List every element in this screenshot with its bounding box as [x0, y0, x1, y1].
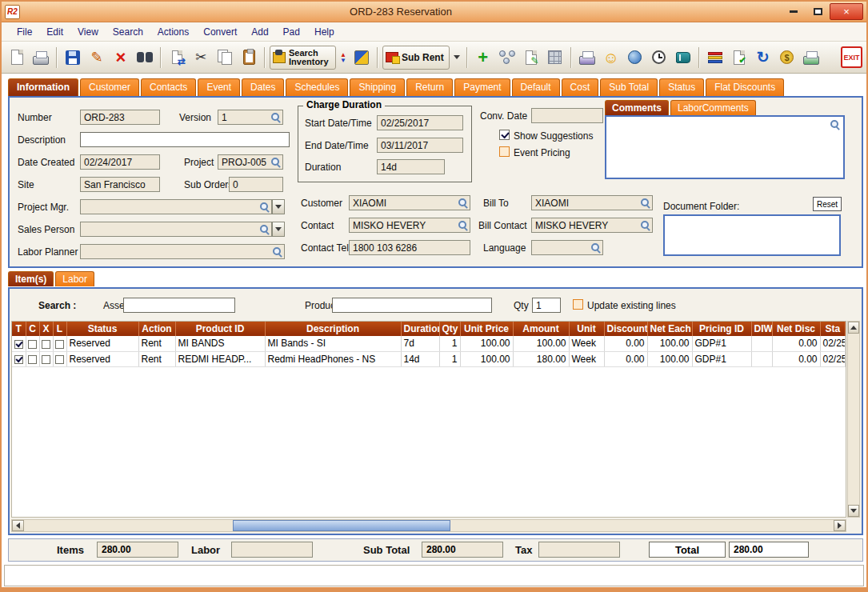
- new-button[interactable]: [6, 46, 28, 69]
- project-lookup-icon[interactable]: [270, 157, 281, 167]
- bill-contact-lookup-icon[interactable]: [640, 220, 650, 230]
- menu-item-convert[interactable]: Convert: [196, 25, 244, 39]
- language-field[interactable]: [531, 240, 603, 255]
- menu-item-add[interactable]: Add: [244, 25, 275, 39]
- customer-lookup-icon[interactable]: [458, 198, 468, 208]
- col-diw[interactable]: DIW: [751, 322, 772, 336]
- find-button[interactable]: [134, 46, 156, 69]
- col-unit[interactable]: Unit: [569, 322, 604, 336]
- col-product-id[interactable]: Product ID: [175, 322, 265, 336]
- version-lookup-icon[interactable]: [270, 112, 281, 122]
- labor-planner-lookup-icon[interactable]: [272, 246, 282, 257]
- tab-return[interactable]: Return: [406, 78, 453, 96]
- col-pricing-id[interactable]: Pricing ID: [692, 322, 751, 336]
- col-c[interactable]: C: [26, 322, 39, 336]
- bill-contact-field[interactable]: MISKO HEVERY: [531, 218, 653, 233]
- col-description[interactable]: Description: [265, 322, 401, 336]
- col-l[interactable]: L: [53, 322, 66, 336]
- col-t[interactable]: T: [12, 322, 26, 336]
- col-qty[interactable]: Qty: [439, 322, 460, 336]
- row-c-checkbox[interactable]: [28, 355, 37, 364]
- close-button[interactable]: ×: [830, 3, 863, 20]
- tab-schedules[interactable]: Schedules: [286, 78, 348, 96]
- tab-labor[interactable]: Labor: [55, 271, 94, 286]
- menu-item-edit[interactable]: Edit: [39, 25, 70, 39]
- tab-labor-comments[interactable]: LaborComments: [670, 100, 756, 115]
- col-sta[interactable]: Sta: [820, 322, 846, 336]
- duration-field[interactable]: 14d: [377, 159, 445, 174]
- description-field[interactable]: [80, 132, 290, 147]
- scrollbar-thumb[interactable]: [233, 520, 450, 531]
- tab-customer[interactable]: Customer: [80, 78, 139, 96]
- paste-button[interactable]: [238, 46, 260, 69]
- tab-flatdiscounts[interactable]: Flat Discounts: [706, 78, 784, 96]
- table-row[interactable]: Reserved Rent REDMI HEADP... Redmi HeadP…: [12, 351, 846, 366]
- menu-item-pad[interactable]: Pad: [276, 25, 307, 39]
- col-net-each[interactable]: Net Each: [647, 322, 692, 336]
- date-created-field[interactable]: 02/24/2017: [80, 154, 160, 170]
- project-field[interactable]: PROJ-005: [218, 154, 283, 170]
- money-button[interactable]: $: [776, 46, 798, 69]
- bill-to-lookup-icon[interactable]: [640, 198, 650, 208]
- scroll-left-button[interactable]: [12, 520, 24, 531]
- asset-input[interactable]: [123, 298, 235, 313]
- groups-button[interactable]: [496, 46, 518, 69]
- sales-person-dropdown[interactable]: [272, 222, 285, 237]
- menu-item-view[interactable]: View: [70, 25, 106, 39]
- customer-field[interactable]: XIAOMI: [349, 195, 470, 210]
- contact-field[interactable]: MISKO HEVERY: [349, 218, 470, 233]
- tab-cost[interactable]: Cost: [562, 78, 599, 96]
- contact-lookup-icon[interactable]: [458, 220, 468, 230]
- number-field[interactable]: ORD-283: [80, 110, 160, 125]
- edit-button[interactable]: ✎: [86, 46, 108, 69]
- menu-item-file[interactable]: File: [10, 25, 39, 39]
- cut-button[interactable]: ✂: [190, 46, 212, 69]
- notes-button[interactable]: ✎: [520, 46, 542, 69]
- reset-button[interactable]: Reset: [813, 197, 842, 211]
- grid-button[interactable]: [544, 46, 566, 69]
- sub-rent-dropdown[interactable]: [451, 46, 462, 69]
- row-l-checkbox[interactable]: [55, 340, 64, 349]
- table-row[interactable]: Reserved Rent MI BANDS MI Bands - SI 7d …: [12, 336, 846, 351]
- tasks-button[interactable]: ✔: [728, 46, 750, 69]
- tab-dates[interactable]: Dates: [242, 78, 284, 96]
- tab-default[interactable]: Default: [512, 78, 560, 96]
- tab-event[interactable]: Event: [198, 78, 240, 96]
- sub-orders-field[interactable]: 0: [229, 177, 283, 192]
- col-discount[interactable]: Discount: [604, 322, 647, 336]
- contact-tel-field[interactable]: 1800 103 6286: [349, 240, 470, 255]
- tab-items[interactable]: Item(s): [8, 271, 54, 286]
- tab-payment[interactable]: Payment: [454, 78, 510, 96]
- tab-contacts[interactable]: Contacts: [141, 78, 196, 96]
- qty-input[interactable]: 1: [532, 298, 561, 313]
- stack-button[interactable]: [704, 46, 726, 69]
- product-input[interactable]: [332, 298, 492, 313]
- row-t-checkbox[interactable]: [14, 340, 23, 349]
- palette-button[interactable]: [350, 46, 373, 69]
- labor-planner-field[interactable]: [80, 244, 285, 259]
- globe-button[interactable]: [624, 46, 646, 69]
- scroll-up-button[interactable]: [848, 322, 859, 334]
- scroll-right-button[interactable]: [834, 520, 846, 531]
- col-unit-price[interactable]: Unit Price: [460, 322, 513, 336]
- row-x-checkbox[interactable]: [42, 340, 50, 349]
- tab-status[interactable]: Status: [659, 78, 704, 96]
- clock-button[interactable]: [648, 46, 670, 69]
- show-suggestions-checkbox[interactable]: [499, 130, 510, 140]
- color-print-button[interactable]: [800, 46, 822, 69]
- add-button[interactable]: +: [472, 46, 494, 69]
- menu-item-actions[interactable]: Actions: [150, 25, 196, 39]
- vertical-scrollbar[interactable]: [847, 321, 860, 518]
- book-button[interactable]: [672, 46, 694, 69]
- tab-shipping[interactable]: Shipping: [350, 78, 405, 96]
- version-field[interactable]: 1: [218, 110, 283, 125]
- report-button[interactable]: [576, 46, 598, 69]
- exit-button[interactable]: EXIT: [841, 46, 862, 68]
- tab-information[interactable]: Information: [8, 78, 78, 96]
- sales-person-field[interactable]: [80, 222, 272, 237]
- tab-subtotal[interactable]: Sub Total: [600, 78, 658, 96]
- col-status[interactable]: Status: [66, 322, 138, 336]
- project-mgr-lookup-icon[interactable]: [259, 202, 270, 212]
- col-amount[interactable]: Amount: [513, 322, 569, 336]
- update-lines-checkbox[interactable]: [573, 299, 583, 310]
